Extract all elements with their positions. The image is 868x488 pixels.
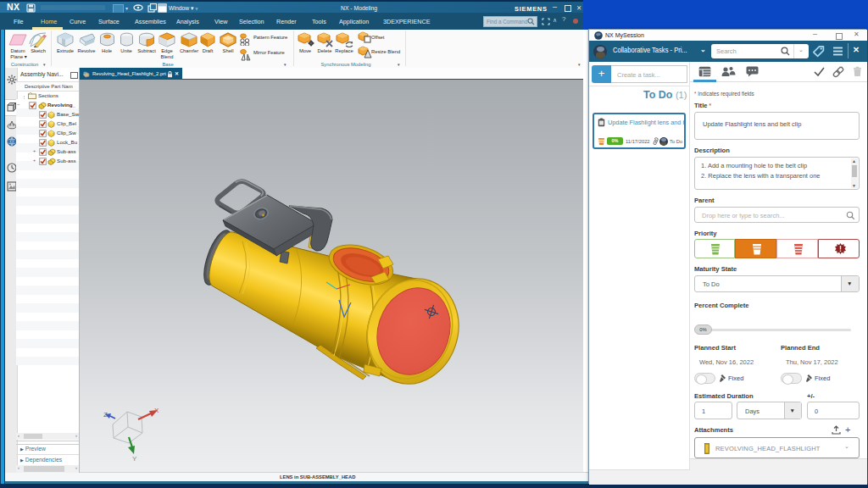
svg-text:Y: Y — [132, 455, 137, 463]
svg-text:X: X — [154, 407, 159, 414]
svg-text:Z: Z — [103, 411, 108, 419]
